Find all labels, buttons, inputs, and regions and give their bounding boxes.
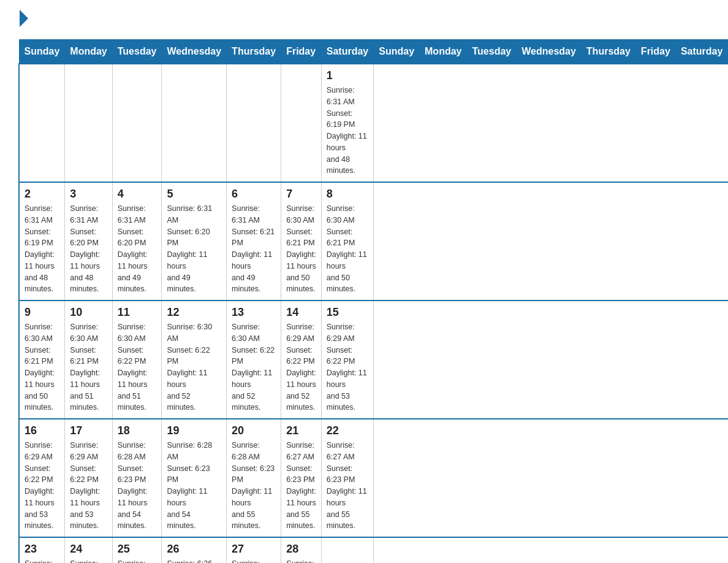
calendar-day-cell: 27Sunrise: 6:25 AM Sunset: 6:23 PM Dayli…: [227, 537, 281, 563]
calendar-day-cell: 21Sunrise: 6:27 AM Sunset: 6:23 PM Dayli…: [281, 419, 322, 537]
day-number: 22: [327, 424, 368, 437]
page-header: [18, 12, 710, 27]
calendar-day-cell: 26Sunrise: 6:26 AM Sunset: 6:23 PM Dayli…: [162, 537, 227, 563]
calendar-day-cell: 3Sunrise: 6:31 AM Sunset: 6:20 PM Daylig…: [65, 182, 112, 301]
day-info: Sunrise: 6:29 AM Sunset: 6:22 PM Dayligh…: [25, 440, 59, 532]
day-info: Sunrise: 6:31 AM Sunset: 6:19 PM Dayligh…: [327, 85, 368, 177]
day-number: 8: [327, 188, 368, 201]
logo-arrow-icon: [20, 10, 28, 27]
calendar-day-cell: 6Sunrise: 6:31 AM Sunset: 6:21 PM Daylig…: [227, 182, 281, 301]
calendar-day-cell: 17Sunrise: 6:29 AM Sunset: 6:22 PM Dayli…: [65, 419, 112, 537]
day-number: 28: [286, 543, 316, 556]
day-of-week-header: Saturday: [321, 40, 373, 64]
day-info: Sunrise: 6:29 AM Sunset: 6:22 PM Dayligh…: [327, 321, 368, 413]
calendar-day-cell: 5Sunrise: 6:31 AM Sunset: 6:20 PM Daylig…: [162, 182, 227, 301]
calendar-day-cell: 16Sunrise: 6:29 AM Sunset: 6:22 PM Dayli…: [19, 419, 65, 537]
day-info: Sunrise: 6:29 AM Sunset: 6:22 PM Dayligh…: [286, 321, 316, 413]
day-number: 26: [167, 543, 221, 556]
calendar-day-cell: 22Sunrise: 6:27 AM Sunset: 6:23 PM Dayli…: [321, 419, 373, 537]
day-info: Sunrise: 6:31 AM Sunset: 6:20 PM Dayligh…: [70, 203, 107, 295]
calendar-day-cell: 19Sunrise: 6:28 AM Sunset: 6:23 PM Dayli…: [162, 419, 227, 537]
day-of-week-header: Tuesday: [112, 40, 162, 64]
calendar-day-cell: 9Sunrise: 6:30 AM Sunset: 6:21 PM Daylig…: [19, 301, 65, 419]
calendar-day-cell: [162, 64, 227, 182]
day-info: Sunrise: 6:26 AM Sunset: 6:23 PM Dayligh…: [70, 558, 107, 563]
day-info: Sunrise: 6:31 AM Sunset: 6:20 PM Dayligh…: [167, 203, 221, 295]
day-number: 11: [118, 306, 157, 319]
day-of-week-header: Monday: [420, 40, 467, 64]
calendar-day-cell: 12Sunrise: 6:30 AM Sunset: 6:22 PM Dayli…: [162, 301, 227, 419]
day-of-week-header: Thursday: [581, 40, 635, 64]
calendar-day-cell: 10Sunrise: 6:30 AM Sunset: 6:21 PM Dayli…: [65, 301, 112, 419]
calendar-day-cell: 14Sunrise: 6:29 AM Sunset: 6:22 PM Dayli…: [281, 301, 322, 419]
day-of-week-header: Saturday: [675, 40, 727, 64]
calendar-week-row: 23Sunrise: 6:27 AM Sunset: 6:23 PM Dayli…: [19, 537, 728, 563]
calendar-day-cell: [321, 537, 373, 563]
day-of-week-header: Wednesday: [517, 40, 582, 64]
day-number: 25: [118, 543, 157, 556]
day-number: 9: [25, 306, 59, 319]
day-info: Sunrise: 6:28 AM Sunset: 6:23 PM Dayligh…: [118, 440, 157, 532]
day-number: 18: [118, 424, 157, 437]
day-number: 14: [286, 306, 316, 319]
day-info: Sunrise: 6:27 AM Sunset: 6:23 PM Dayligh…: [327, 440, 368, 532]
day-number: 20: [232, 424, 276, 437]
calendar-day-cell: 23Sunrise: 6:27 AM Sunset: 6:23 PM Dayli…: [19, 537, 65, 563]
day-info: Sunrise: 6:30 AM Sunset: 6:21 PM Dayligh…: [25, 321, 59, 413]
day-number: 1: [327, 69, 368, 82]
calendar-day-cell: [19, 64, 65, 182]
day-of-week-header: Monday: [65, 40, 112, 64]
day-info: Sunrise: 6:31 AM Sunset: 6:19 PM Dayligh…: [25, 203, 59, 295]
day-number: 12: [167, 306, 221, 319]
day-number: 19: [167, 424, 221, 437]
day-info: Sunrise: 6:25 AM Sunset: 6:23 PM Dayligh…: [286, 558, 316, 563]
calendar-day-cell: [65, 64, 112, 182]
day-info: Sunrise: 6:30 AM Sunset: 6:22 PM Dayligh…: [167, 321, 221, 413]
day-info: Sunrise: 6:31 AM Sunset: 6:21 PM Dayligh…: [232, 203, 276, 295]
calendar-week-row: 1Sunrise: 6:31 AM Sunset: 6:19 PM Daylig…: [19, 64, 728, 182]
day-of-week-header: Tuesday: [467, 40, 517, 64]
day-of-week-header: Friday: [281, 40, 322, 64]
day-info: Sunrise: 6:30 AM Sunset: 6:22 PM Dayligh…: [232, 321, 276, 413]
day-number: 17: [70, 424, 107, 437]
logo: [18, 12, 28, 27]
calendar-week-row: 9Sunrise: 6:30 AM Sunset: 6:21 PM Daylig…: [19, 301, 728, 419]
calendar-day-cell: 4Sunrise: 6:31 AM Sunset: 6:20 PM Daylig…: [112, 182, 162, 301]
day-number: 23: [25, 543, 59, 556]
calendar-header-row: SundayMondayTuesdayWednesdayThursdayFrid…: [19, 40, 728, 64]
day-number: 4: [118, 188, 157, 201]
calendar-day-cell: 15Sunrise: 6:29 AM Sunset: 6:22 PM Dayli…: [321, 301, 373, 419]
day-of-week-header: Friday: [635, 40, 675, 64]
calendar-day-cell: 28Sunrise: 6:25 AM Sunset: 6:23 PM Dayli…: [281, 537, 322, 563]
day-number: 13: [232, 306, 276, 319]
day-number: 5: [167, 188, 221, 201]
calendar-day-cell: 18Sunrise: 6:28 AM Sunset: 6:23 PM Dayli…: [112, 419, 162, 537]
day-of-week-header: Thursday: [227, 40, 281, 64]
calendar-day-cell: [281, 64, 322, 182]
day-info: Sunrise: 6:28 AM Sunset: 6:23 PM Dayligh…: [167, 440, 221, 532]
day-number: 21: [286, 424, 316, 437]
day-number: 3: [70, 188, 107, 201]
day-number: 27: [232, 543, 276, 556]
calendar-day-cell: 7Sunrise: 6:30 AM Sunset: 6:21 PM Daylig…: [281, 182, 322, 301]
calendar-day-cell: 11Sunrise: 6:30 AM Sunset: 6:22 PM Dayli…: [112, 301, 162, 419]
day-of-week-header: Sunday: [19, 40, 65, 64]
day-info: Sunrise: 6:27 AM Sunset: 6:23 PM Dayligh…: [25, 558, 59, 563]
calendar-day-cell: 13Sunrise: 6:30 AM Sunset: 6:22 PM Dayli…: [227, 301, 281, 419]
day-number: 2: [25, 188, 59, 201]
day-info: Sunrise: 6:30 AM Sunset: 6:21 PM Dayligh…: [327, 203, 368, 295]
day-number: 6: [232, 188, 276, 201]
calendar-table: SundayMondayTuesdayWednesdayThursdayFrid…: [18, 39, 728, 563]
calendar-week-row: 16Sunrise: 6:29 AM Sunset: 6:22 PM Dayli…: [19, 419, 728, 537]
day-of-week-header: Sunday: [374, 40, 420, 64]
calendar-day-cell: 24Sunrise: 6:26 AM Sunset: 6:23 PM Dayli…: [65, 537, 112, 563]
day-number: 15: [327, 306, 368, 319]
calendar-day-cell: [112, 64, 162, 182]
day-info: Sunrise: 6:29 AM Sunset: 6:22 PM Dayligh…: [70, 440, 107, 532]
calendar-day-cell: 20Sunrise: 6:28 AM Sunset: 6:23 PM Dayli…: [227, 419, 281, 537]
day-info: Sunrise: 6:26 AM Sunset: 6:23 PM Dayligh…: [167, 558, 221, 563]
day-info: Sunrise: 6:27 AM Sunset: 6:23 PM Dayligh…: [286, 440, 316, 532]
day-number: 7: [286, 188, 316, 201]
day-info: Sunrise: 6:26 AM Sunset: 6:23 PM Dayligh…: [118, 558, 157, 563]
calendar-day-cell: 25Sunrise: 6:26 AM Sunset: 6:23 PM Dayli…: [112, 537, 162, 563]
